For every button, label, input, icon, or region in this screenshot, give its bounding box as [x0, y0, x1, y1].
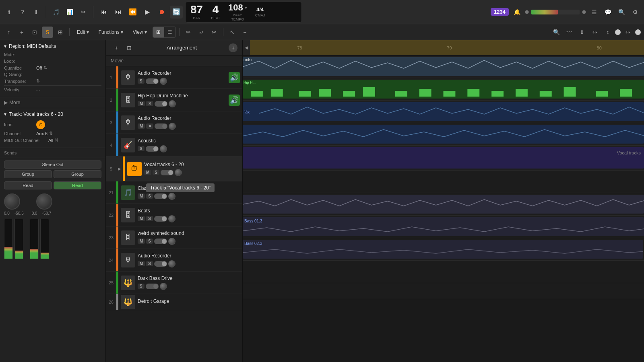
knob-1[interactable] [160, 78, 167, 85]
zoom-out-icon[interactable]: 🔍 [551, 27, 562, 38]
toggle-25[interactable] [146, 284, 159, 289]
width-icon[interactable]: ⇔ [589, 27, 601, 38]
loop-tool-btn[interactable]: ⤾ [196, 27, 207, 38]
cpu-icon[interactable]: 📊 [64, 6, 75, 18]
functions-menu[interactable]: Functions ▾ [95, 28, 127, 36]
play-btn[interactable]: ▶ [141, 6, 154, 19]
toggle-23[interactable] [154, 239, 167, 244]
record-btn[interactable]: ⏺ [155, 6, 168, 19]
tempo-chevron[interactable]: ▾ [245, 5, 247, 10]
mute-btn-3[interactable]: M [138, 123, 145, 129]
quantize-value[interactable]: Off ⇅ [36, 65, 47, 70]
knob-right[interactable] [36, 193, 52, 210]
mute-btn-22[interactable]: M [138, 216, 145, 221]
pointer-tool[interactable]: ↖ [227, 27, 238, 38]
tl-clip-23[interactable]: Bass 01.3 [243, 217, 644, 236]
settings-icon[interactable]: ⚙ [630, 6, 641, 18]
scissors-icon[interactable]: ✂ [78, 6, 89, 18]
list-view-btn[interactable]: ☰ [164, 27, 175, 37]
toggle-3[interactable] [155, 123, 167, 129]
download-icon[interactable]: ⬇ [31, 6, 42, 18]
search-icon[interactable]: 🔍 [616, 6, 627, 18]
view-menu[interactable]: View ▾ [129, 28, 151, 36]
tl-clip-5[interactable]: Vocal tracks [243, 147, 644, 169]
knob-21[interactable] [168, 193, 175, 200]
waveform-icon[interactable]: 〰 [564, 27, 575, 38]
tl-clip-2[interactable]: Hip H... [243, 80, 644, 99]
add-arrangement-btn[interactable]: + [229, 43, 237, 52]
track-row[interactable]: 23 🎛 weird synthetic sound M S [106, 226, 242, 249]
cycle-btn[interactable]: 🔄 [170, 6, 183, 19]
record-mode-btn[interactable]: S [42, 27, 53, 38]
track-plugin-2[interactable]: 🔊 [229, 95, 240, 106]
rewind-btn[interactable]: ⏮ [97, 6, 110, 19]
read-btn-left[interactable]: Read [4, 181, 52, 189]
solo-btn-4[interactable]: S [138, 146, 144, 151]
toggle-1[interactable] [146, 78, 159, 84]
toggle-2[interactable] [155, 101, 167, 107]
tl-clip-3[interactable]: ½x [243, 102, 644, 121]
up-arrow-btn[interactable]: ↑ [3, 27, 14, 38]
track-plugin-1[interactable]: 🔊 [229, 72, 240, 83]
record-btn-2[interactable]: ✕ [146, 101, 153, 106]
edit-menu[interactable]: Edit ▾ [73, 28, 93, 36]
track-row[interactable]: 26 🔱 Detroit Garage [106, 294, 242, 310]
more-section[interactable]: ▶ More [0, 97, 105, 108]
track-row[interactable]: 1 🎙 Audio Recorder S 🔊 [106, 66, 242, 89]
track-row[interactable]: 2 🎛 Hip Hop Drum Machine M ✕ 🔊 [106, 89, 242, 111]
list-icon[interactable]: ☰ [588, 6, 600, 18]
badge-display[interactable]: 1234 [491, 8, 509, 16]
marquee-btn[interactable]: ✂ [208, 27, 220, 38]
timeline-ruler[interactable]: ◀ 78 79 80 [243, 40, 644, 56]
fast-forward-btn[interactable]: ⏭ [112, 6, 125, 19]
knob-2[interactable] [169, 100, 176, 107]
mute-btn-21[interactable]: M [138, 193, 145, 199]
midi-out-arrows[interactable]: ⇅ [55, 138, 58, 143]
toggle-24[interactable] [154, 261, 167, 267]
track-row[interactable]: 25 🔱 Dark Bass Drive S [106, 272, 242, 294]
knob-left[interactable] [4, 193, 20, 210]
bounce-btn[interactable]: ⊞ [55, 27, 66, 38]
toggle-4[interactable] [146, 146, 159, 152]
timeline-tracks[interactable]: Dub I Hip H... [243, 56, 644, 362]
expand-arrow[interactable]: ▶ [116, 167, 123, 171]
solo-btn-23[interactable]: S [146, 239, 153, 244]
solo-btn-22[interactable]: S [146, 216, 153, 221]
group-btn-right[interactable]: Group [54, 170, 101, 178]
pencil-btn[interactable]: ✏ [183, 27, 194, 38]
toggle-5[interactable] [161, 170, 173, 175]
add-track-icon-btn[interactable]: + [16, 27, 27, 38]
loop-region-btn2[interactable]: ⊡ [124, 42, 135, 53]
knob-25[interactable] [160, 283, 167, 290]
add-track-btn[interactable]: + [111, 42, 122, 53]
track-row[interactable]: 24 🎙 Audio Recorder M S [106, 249, 242, 272]
stereo-out-btn[interactable]: Stereo Out [4, 160, 101, 169]
tuner-icon[interactable]: 🔔 [511, 6, 522, 18]
tl-clip-1[interactable]: Dub I [243, 57, 644, 76]
solo-btn-1[interactable]: S [138, 78, 144, 84]
info-icon[interactable]: ℹ [3, 6, 14, 18]
solo-btn-24[interactable]: S [146, 261, 153, 266]
loop-region-btn[interactable]: ⊡ [29, 27, 40, 38]
track-row[interactable]: 4 🎸 Acoustic S [106, 134, 242, 156]
mute-btn-5[interactable]: M [144, 170, 151, 175]
align-icon[interactable]: ⇔ [622, 27, 634, 38]
height-icon[interactable]: ⇕ [576, 27, 588, 38]
group-btn-left[interactable]: Group [4, 170, 52, 178]
track-row-group[interactable]: 5 ▶ ⏱ Vocal tracks 6 - 20 M S Track 5 "V… [106, 156, 242, 181]
tl-clip-24[interactable]: Bass 02.3 [243, 240, 643, 259]
solo-btn-25[interactable]: S [138, 284, 144, 289]
knob-5[interactable] [175, 169, 182, 176]
knob-4[interactable] [160, 145, 167, 152]
mute-btn-23[interactable]: M [138, 239, 145, 244]
tl-clip-22[interactable] [243, 195, 644, 214]
ruler-scroll-left[interactable]: ◀ [243, 45, 250, 50]
track-collapse-icon[interactable]: ▾ [4, 111, 6, 117]
message-icon[interactable]: 💬 [602, 6, 613, 18]
knob-23[interactable] [168, 238, 175, 245]
mute-btn-2[interactable]: M [138, 101, 145, 106]
grid-view-btn[interactable]: ⊞ [153, 27, 164, 37]
knob-24[interactable] [168, 260, 175, 267]
tl-clip-4[interactable] [243, 125, 644, 144]
solo-btn-5[interactable]: S [153, 170, 159, 175]
